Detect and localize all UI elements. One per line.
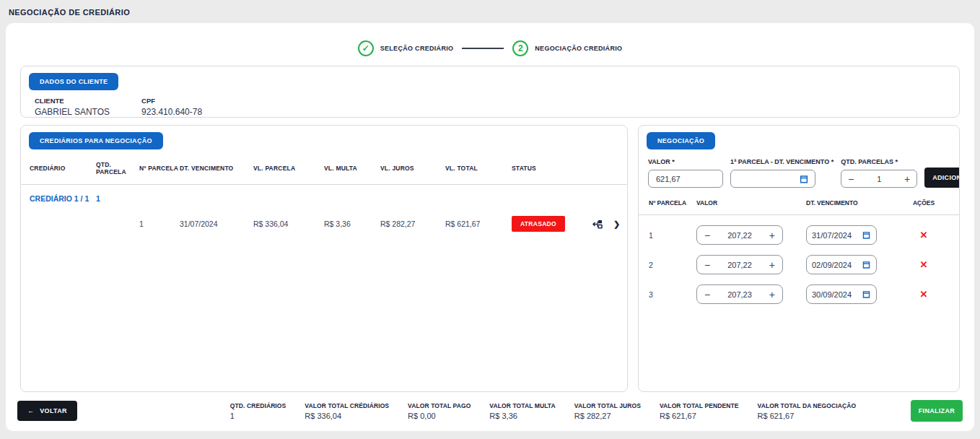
client-cpf-value: 923.410.640-78 [141,107,202,117]
qtd-parcelas-label: QTD. PARCELAS * [841,158,917,165]
voltar-button[interactable]: ← VOLTAR [17,401,77,421]
parcela-valor-value: 207,22 [727,261,752,269]
stat-valor-total-negociacao: VALOR TOTAL DA NEGOCIAÇÃO R$ 621,67 [758,402,857,420]
parcela-date-value: 30/09/2024 [812,290,852,299]
back-arrow-icon: ← [27,407,34,414]
col-dt-vencimento: DT. VENCIMENTO [180,165,253,172]
valor-label: VALOR * [648,158,723,165]
cell-vl-juros: R$ 282,27 [380,220,445,228]
minus-icon[interactable]: − [704,260,710,270]
status-badge: ATRASADO [512,216,565,232]
crediarios-card-badge: CREDIÁRIOS PARA NEGOCIAÇÃO [29,132,163,149]
footer-bar: ← VOLTAR QTD. CREDIÁRIOS 1 VALOR TOTAL C… [6,400,974,431]
parcela-number: 3 [649,290,696,299]
crediario-group-name: CREDIÁRIO 1 / 1 [30,194,96,203]
client-name-label: CLIENTE [35,97,110,105]
parcela-date-input[interactable]: 02/09/2024 [806,255,877,274]
client-data-card: DADOS DO CLIENTE CLIENTE GABRIEL SANTOS … [20,66,960,118]
step-selecao-crediario[interactable]: ✓ SELEÇÃO CREDIÁRIO [358,40,454,56]
qtd-parcelas-stepper[interactable]: − 1 + [841,170,917,188]
cell-vl-parcela: R$ 336,04 [253,220,324,228]
client-fields: CLIENTE GABRIEL SANTOS CPF 923.410.640-7… [35,97,959,117]
plus-icon[interactable]: + [904,174,910,184]
adicionar-button[interactable]: ADICIONAR [924,168,960,188]
parcela-date-input[interactable]: 30/09/2024 [806,284,877,304]
primeira-parcela-field: 1ª PARCELA - DT. VENCIMENTO * [730,158,834,188]
branch-icon[interactable] [592,220,603,229]
minus-icon[interactable]: − [848,174,854,184]
calendar-icon[interactable] [799,174,809,184]
negociacao-card: NEGOCIAÇÃO VALOR * 1ª PARCELA - DT. VENC… [638,125,960,392]
step-label: SELEÇÃO CREDIÁRIO [380,45,454,52]
cell-dt-vencimento: 31/07/2024 [180,220,253,228]
parcela-date-value: 31/07/2024 [812,231,852,240]
stat-qtd-crediarios: QTD. CREDIÁRIOS 1 [230,402,286,420]
main-panel: ✓ SELEÇÃO CREDIÁRIO 2 NEGOCIAÇÃO CREDIÁR… [6,23,974,431]
table-row: 1 31/07/2024 R$ 336,04 R$ 3,36 R$ 282,27… [21,216,627,232]
finalizar-button[interactable]: FINALIZAR [911,400,963,422]
client-name-field: CLIENTE GABRIEL SANTOS [35,97,110,117]
cell-n-parcela: 1 [139,220,180,228]
remove-parcela-icon[interactable]: ✕ [916,229,932,241]
stat-valor-total-pendente: VALOR TOTAL PENDENTE R$ 621,67 [660,402,739,420]
primeira-parcela-label: 1ª PARCELA - DT. VENCIMENTO * [730,158,834,165]
remove-parcela-icon[interactable]: ✕ [916,258,932,271]
client-name-value: GABRIEL SANTOS [35,107,110,117]
negociacao-form: VALOR * 1ª PARCELA - DT. VENCIMENTO * [639,149,959,188]
client-cpf-label: CPF [141,97,202,105]
qtd-parcelas-field: QTD. PARCELAS * − 1 + [841,158,917,188]
stat-valor-total-juros: VALOR TOTAL JUROS R$ 282,27 [574,402,641,420]
check-icon: ✓ [358,40,374,56]
col-status: STATUS [512,165,592,172]
crediario-group-row[interactable]: CREDIÁRIO 1 / 1 1 [21,194,627,203]
col-vl-total: VL. TOTAL [445,165,512,172]
stat-valor-total-crediarios: VALOR TOTAL CRÉDIÁRIOS R$ 336,04 [305,402,389,420]
crediarios-card: CREDIÁRIOS PARA NEGOCIAÇÃO CREDIÁRIO QTD… [20,125,628,392]
remove-parcela-icon[interactable]: ✕ [916,288,932,300]
minus-icon[interactable]: − [704,290,710,300]
parcela-valor-value: 207,22 [727,231,752,240]
client-cpf-field: CPF 923.410.640-78 [141,97,202,117]
calendar-icon[interactable] [862,290,871,299]
negociacao-card-badge: NEGOCIAÇÃO [647,132,715,149]
parcela-valor-stepper[interactable]: − 207,23 + [696,284,783,304]
col-vl-parcela: VL. PARCELA [253,165,324,172]
page-title: NEGOCIAÇÃO DE CREDIÁRIO [0,0,980,23]
parcela-number: 1 [649,231,696,240]
cell-vl-total: R$ 621,67 [445,220,512,228]
calendar-icon[interactable] [862,260,871,269]
parcela-valor-value: 207,23 [727,290,752,299]
col-n-parcela: Nº PARCELA [649,199,696,207]
primeira-parcela-date-input[interactable] [730,170,815,188]
parcela-row: 2 − 207,22 + 02/09/2024 [639,255,959,274]
col-qtd-parcela: QTD. PARCELA [96,161,139,175]
parcela-valor-stepper[interactable]: − 207,22 + [696,255,783,274]
crediario-group-qtd: 1 [96,194,139,203]
step-negociacao-crediario[interactable]: 2 NEGOCIAÇÃO CREDIÁRIO [512,40,622,56]
plus-icon[interactable]: + [769,230,775,240]
col-crediario: CREDIÁRIO [30,165,96,172]
chevron-right-icon[interactable]: ❯ [613,220,620,229]
col-dt-vencimento: DT. VENCIMENTO [806,199,898,207]
step-number-badge: 2 [512,40,528,56]
stat-valor-total-pago: VALOR TOTAL PAGO R$ 0,00 [408,402,471,420]
calendar-icon[interactable] [862,230,871,240]
plus-icon[interactable]: + [769,260,775,270]
parcela-date-value: 02/09/2024 [812,261,852,269]
plus-icon[interactable]: + [769,290,775,300]
stat-valor-total-multa: VALOR TOTAL MULTA R$ 3,36 [489,402,555,420]
parcela-row: 1 − 207,22 + 31/07/2024 [639,225,959,245]
stepper-connector [462,48,504,49]
qtd-parcelas-value: 1 [877,175,881,183]
parcela-number: 2 [649,261,696,269]
client-card-badge: DADOS DO CLIENTE [29,73,118,90]
parcela-valor-stepper[interactable]: − 207,22 + [696,225,783,245]
parcela-date-input[interactable]: 31/07/2024 [806,225,877,245]
parcelas-table-header: Nº PARCELA VALOR DT. VENCIMENTO AÇÕES [639,199,959,215]
parcela-row: 3 − 207,23 + 30/09/2024 [639,284,959,304]
minus-icon[interactable]: − [704,230,710,240]
col-vl-multa: VL. MULTA [324,165,380,172]
col-valor: VALOR [696,199,806,207]
step-label: NEGOCIAÇÃO CREDIÁRIO [535,45,622,52]
valor-input[interactable] [655,174,717,184]
